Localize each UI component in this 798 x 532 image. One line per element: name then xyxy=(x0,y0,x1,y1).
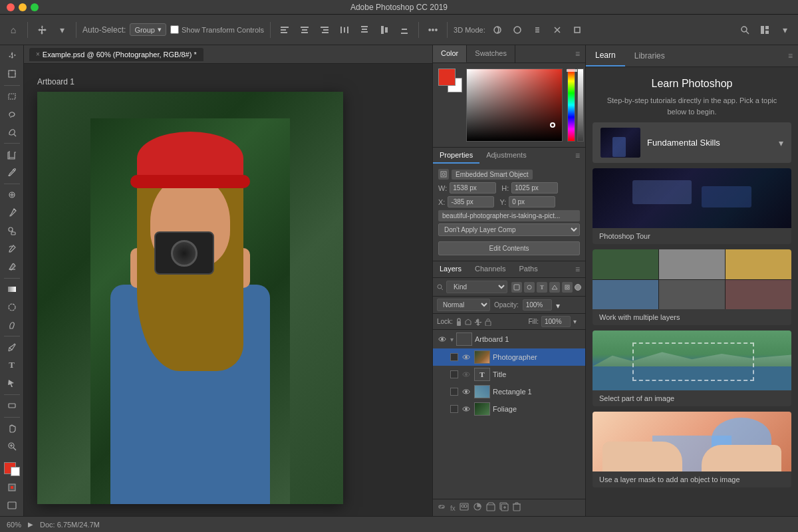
paths-tab[interactable]: Paths xyxy=(513,261,545,277)
title-checkbox[interactable] xyxy=(450,370,458,378)
workspace-layout-icon[interactable] xyxy=(757,22,773,38)
distribute-icon[interactable] xyxy=(336,22,352,38)
libraries-tab[interactable]: Libraries xyxy=(625,46,674,66)
quick-mask-tool[interactable] xyxy=(3,479,21,495)
3d-rotate-icon[interactable] xyxy=(489,22,505,38)
foliage-visibility[interactable] xyxy=(461,404,471,414)
foliage-layer[interactable]: Foliage xyxy=(433,400,585,418)
layers-tab[interactable]: Layers xyxy=(433,261,468,277)
lasso-tool[interactable] xyxy=(3,106,21,123)
minimize-window-button[interactable] xyxy=(19,3,27,11)
filter-adjust-icon[interactable] xyxy=(524,282,535,293)
move-tool[interactable] xyxy=(3,48,21,65)
color-spectrum[interactable] xyxy=(466,68,563,142)
lock-move-icon[interactable] xyxy=(474,318,482,326)
maximize-window-button[interactable] xyxy=(31,3,39,11)
filter-shape-icon[interactable] xyxy=(549,282,560,293)
foreground-background-colors[interactable] xyxy=(3,461,21,477)
y-input[interactable] xyxy=(509,196,555,207)
artboard-visibility-eye[interactable] xyxy=(437,334,448,344)
brush-tool[interactable] xyxy=(3,205,21,221)
x-input[interactable] xyxy=(448,196,494,207)
layer-mask-card[interactable]: Use a layer mask to add an object to ima… xyxy=(593,412,791,487)
select-image-card[interactable]: Select part of an image xyxy=(593,331,791,406)
title-layer[interactable]: T Title xyxy=(433,366,585,383)
rectangle1-checkbox[interactable] xyxy=(450,388,458,396)
title-visibility[interactable] xyxy=(461,369,471,380)
change-screen-mode-tool[interactable] xyxy=(3,497,21,513)
spectrum-cursor[interactable] xyxy=(550,122,555,128)
filename-input[interactable] xyxy=(438,210,580,221)
color-tab[interactable]: Color xyxy=(433,45,467,63)
type-tool[interactable]: T xyxy=(3,357,21,374)
blur-tool[interactable] xyxy=(3,299,21,315)
tab-close-icon[interactable]: × xyxy=(36,51,40,58)
expand-panel-icon[interactable]: ▾ xyxy=(777,22,793,38)
align-right-icon[interactable] xyxy=(317,22,332,38)
artboard-expand-icon[interactable]: ▾ xyxy=(450,336,454,343)
artboard-group-header[interactable]: ▾ Artboard 1 xyxy=(433,330,585,348)
photographer-visibility[interactable] xyxy=(461,352,471,362)
move-tool-button[interactable] xyxy=(34,22,50,38)
window-controls[interactable] xyxy=(7,3,39,11)
lock-all-icon[interactable] xyxy=(484,318,492,326)
learn-panel-menu-icon[interactable]: ≡ xyxy=(783,46,798,66)
path-selection-tool[interactable] xyxy=(3,375,21,392)
align-top-icon[interactable] xyxy=(356,22,372,38)
align-left-icon[interactable] xyxy=(277,22,293,38)
filter-type-icon[interactable]: T xyxy=(537,282,547,293)
3d-slide-icon[interactable] xyxy=(549,22,565,38)
add-fx-icon[interactable]: fx xyxy=(450,503,456,513)
adjustments-tab[interactable]: Adjustments xyxy=(479,148,533,164)
artboard-canvas[interactable] xyxy=(37,92,343,504)
channels-tab[interactable]: Channels xyxy=(468,261,512,277)
swatches-tab[interactable]: Swatches xyxy=(467,45,515,63)
properties-tab[interactable]: Properties xyxy=(433,148,479,164)
filter-smart-icon[interactable] xyxy=(562,282,573,293)
filter-pixel-icon[interactable] xyxy=(511,282,522,293)
align-bottom-icon[interactable] xyxy=(396,22,412,38)
background-color[interactable] xyxy=(11,467,20,476)
auto-select-dropdown[interactable]: Group ▾ xyxy=(130,23,166,36)
add-group-icon[interactable] xyxy=(486,502,495,513)
home-button[interactable]: ⌂ xyxy=(5,22,21,38)
search-icon[interactable] xyxy=(737,22,753,38)
learn-tab[interactable]: Learn xyxy=(586,45,625,66)
color-preview-area[interactable] xyxy=(438,68,462,92)
3d-roll-icon[interactable] xyxy=(509,22,525,38)
foliage-checkbox[interactable] xyxy=(450,405,458,413)
artboard-tool[interactable] xyxy=(3,66,21,82)
add-new-layer-icon[interactable] xyxy=(499,502,509,513)
close-window-button[interactable] xyxy=(7,3,15,11)
photoshop-tour-card[interactable]: Photoshop Tour xyxy=(593,168,791,244)
photographer-layer[interactable]: Photographer xyxy=(433,348,585,366)
clone-stamp-tool[interactable] xyxy=(3,223,21,239)
eyedropper-tool[interactable] xyxy=(3,164,21,181)
layer-comp-select[interactable]: Don't Apply Layer Comp xyxy=(438,223,580,236)
crop-tool[interactable] xyxy=(3,146,21,163)
3d-pan-icon[interactable] xyxy=(529,22,545,38)
canvas-container[interactable]: Artboard 1 xyxy=(24,64,432,516)
edit-contents-button[interactable]: Edit Contents xyxy=(438,241,580,255)
healing-tool[interactable] xyxy=(3,187,21,203)
alpha-slider[interactable] xyxy=(577,68,584,142)
opacity-expand-icon[interactable]: ▾ xyxy=(556,301,564,309)
layers-kind-filter[interactable]: Kind xyxy=(446,281,507,293)
photographer-checkbox[interactable] xyxy=(450,353,458,361)
add-adjustment-icon[interactable] xyxy=(473,502,482,513)
hand-tool[interactable] xyxy=(3,420,21,436)
history-brush-tool[interactable] xyxy=(3,241,21,257)
lock-pixel-icon[interactable] xyxy=(456,318,462,326)
gradient-tool[interactable] xyxy=(3,281,21,297)
rectangle1-visibility[interactable] xyxy=(461,386,471,397)
quick-select-tool[interactable] xyxy=(3,124,21,141)
eraser-tool[interactable] xyxy=(3,259,21,275)
fill-expand-icon[interactable]: ▾ xyxy=(573,318,581,326)
zoom-tool[interactable] xyxy=(3,438,21,454)
blend-mode-select[interactable]: Normal xyxy=(437,299,490,311)
rectangle1-layer[interactable]: Rectangle 1 xyxy=(433,383,585,400)
foreground-color-preview[interactable] xyxy=(438,68,456,86)
hue-slider[interactable] xyxy=(567,68,575,142)
add-mask-icon[interactable] xyxy=(460,503,469,513)
width-input[interactable] xyxy=(450,182,496,194)
